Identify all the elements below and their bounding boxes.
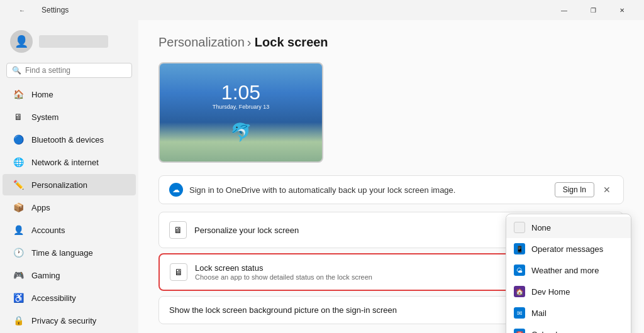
breadcrumb: Personalization › Lock screen xyxy=(158,35,624,50)
lock-date: Thursday, February 13 xyxy=(213,104,269,110)
sidebar-item-label: Bluetooth & devices xyxy=(31,135,104,145)
sidebar-item-label: System xyxy=(31,112,58,122)
onedrive-icon: ☁ xyxy=(169,183,183,197)
dropdown-item-mail[interactable]: ✉ Mail xyxy=(506,302,631,324)
calendar-icon: 📅 xyxy=(514,329,525,333)
close-banner-button[interactable]: ✕ xyxy=(601,185,613,195)
sidebar-item-home[interactable]: 🏠 Home xyxy=(3,84,136,105)
onedrive-signin-button[interactable]: Sign In xyxy=(555,182,594,197)
close-button[interactable]: ✕ xyxy=(608,0,636,20)
dropdown-item-label: Calendar xyxy=(531,330,565,334)
bluetooth-icon: 🔵 xyxy=(13,134,24,145)
dropdown-item-label: Dev Home xyxy=(531,287,570,297)
dropdown-item-devhome[interactable]: 🏠 Dev Home xyxy=(506,281,631,302)
sidebar-item-privacy[interactable]: 🔒 Privacy & security xyxy=(3,310,136,331)
sidebar-item-apps[interactable]: 📦 Apps xyxy=(3,197,136,218)
search-box[interactable]: 🔍 xyxy=(6,63,132,78)
privacy-icon: 🔒 xyxy=(13,315,24,326)
sidebar-item-personalization[interactable]: ✏️ Personalization xyxy=(3,174,136,195)
accessibility-icon: ♿ xyxy=(13,292,24,303)
username-box xyxy=(39,35,108,48)
sidebar-item-label: Home xyxy=(31,90,53,99)
sidebar-item-label: Accounts xyxy=(31,226,65,235)
onedrive-text: Sign in to OneDrive with to automaticall… xyxy=(189,185,548,195)
sidebar-item-accessibility[interactable]: ♿ Accessibility xyxy=(3,287,136,308)
network-icon: 🌐 xyxy=(13,156,24,168)
search-icon: 🔍 xyxy=(12,66,21,75)
dropdown-item-label: Mail xyxy=(531,308,547,318)
gaming-icon: 🎮 xyxy=(13,270,24,281)
sidebar-item-accounts[interactable]: 👤 Accounts xyxy=(3,219,136,241)
back-button[interactable]: ← xyxy=(8,0,36,20)
lock-time-display: 1:05 Thursday, February 13 xyxy=(213,82,269,110)
status-row-icon: 🖥 xyxy=(170,263,187,281)
breadcrumb-prefix: Personalization xyxy=(158,35,245,49)
accounts-icon: 👤 xyxy=(13,224,24,236)
sidebar-item-label: Time & language xyxy=(31,248,93,258)
sidebar-item-time[interactable]: 🕐 Time & language xyxy=(3,242,136,263)
mail-icon: ✉ xyxy=(514,307,525,319)
avatar: 👤 xyxy=(10,30,33,53)
sidebar-item-label: Apps xyxy=(31,203,50,212)
lock-screen-preview: 1:05 Thursday, February 13 🐬 xyxy=(158,62,323,163)
sidebar-item-network[interactable]: 🌐 Network & internet xyxy=(3,151,136,173)
sidebar-item-label: Network & internet xyxy=(31,158,99,167)
lock-time: 1:05 xyxy=(213,82,269,102)
system-icon: 🖥 xyxy=(13,111,24,123)
personalize-row-text: Personalize your lock screen xyxy=(194,226,523,235)
profile-section: 👤 xyxy=(0,25,138,63)
dropdown-item-weather[interactable]: 🌤 Weather and more xyxy=(506,259,631,281)
weather-icon: 🌤 xyxy=(514,265,525,276)
titlebar-controls: — ❐ ✕ xyxy=(550,0,636,20)
time-icon: 🕐 xyxy=(13,247,24,258)
sidebar-item-gaming[interactable]: 🎮 Gaming xyxy=(3,265,136,286)
dropdown-item-calendar[interactable]: 📅 Calendar xyxy=(506,324,631,333)
apps-icon: 📦 xyxy=(13,202,24,213)
personalize-row-label: Personalize your lock screen xyxy=(194,226,523,235)
sidebar-item-bluetooth[interactable]: 🔵 Bluetooth & devices xyxy=(3,129,136,150)
breadcrumb-separator: › xyxy=(247,35,255,49)
titlebar-left: ← Settings xyxy=(8,0,69,20)
search-input[interactable] xyxy=(25,66,126,75)
dropdown-item-none[interactable]: None xyxy=(506,217,631,238)
operator-icon: 📱 xyxy=(514,243,525,254)
breadcrumb-current: Lock screen xyxy=(255,35,328,49)
minimize-button[interactable]: — xyxy=(550,0,579,20)
maximize-button[interactable]: ❐ xyxy=(579,0,608,20)
sidebar-item-label: Privacy & security xyxy=(31,316,96,325)
sidebar: 👤 🔍 🏠 Home 🖥 System 🔵 Bluetooth & device… xyxy=(0,20,138,333)
lock-dolphin-decoration: 🐬 xyxy=(230,122,252,143)
titlebar: ← Settings — ❐ ✕ xyxy=(0,0,644,20)
dropdown-item-label: Weather and more xyxy=(531,266,599,275)
personalization-icon: ✏️ xyxy=(13,179,24,190)
status-dropdown-popup: None 📱 Operator messages 🌤 Weather and m… xyxy=(506,214,631,333)
devhome-icon: 🏠 xyxy=(514,286,525,297)
personalize-row-icon: 🖥 xyxy=(169,221,187,239)
sidebar-item-label: Accessibility xyxy=(31,293,76,303)
signin-screen-label: Show the lock screen background picture … xyxy=(169,305,397,315)
titlebar-title: Settings xyxy=(42,6,69,14)
home-icon: 🏠 xyxy=(13,89,24,100)
dropdown-item-label: Operator messages xyxy=(531,244,603,254)
dropdown-item-operator[interactable]: 📱 Operator messages xyxy=(506,238,631,259)
sidebar-item-system[interactable]: 🖥 System xyxy=(3,106,136,128)
sidebar-item-label: Gaming xyxy=(31,271,60,280)
onedrive-banner: ☁ Sign in to OneDrive with to automatica… xyxy=(158,175,624,204)
sidebar-item-label: Personalization xyxy=(31,180,87,190)
none-icon xyxy=(514,222,525,233)
dropdown-item-label: None xyxy=(531,223,551,232)
